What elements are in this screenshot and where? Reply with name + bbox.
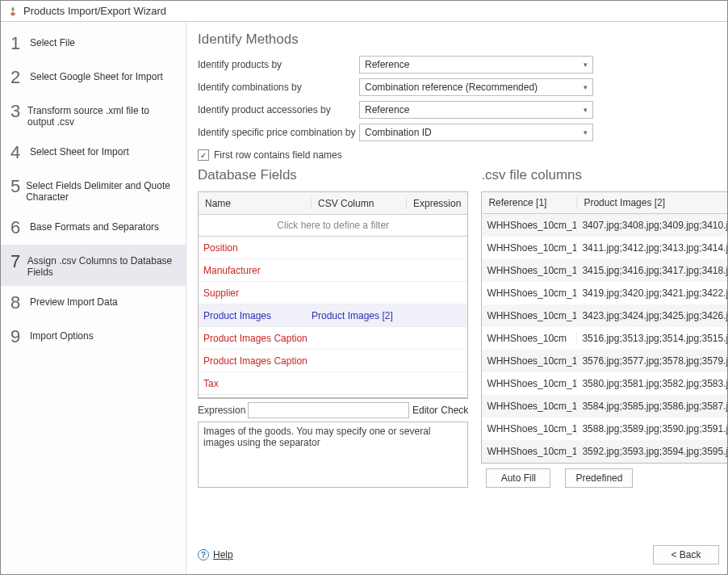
- step-number: 1: [10, 35, 30, 52]
- wizard-step-6[interactable]: 6Base Formats and Separators: [1, 211, 186, 245]
- chevron-down-icon: ▾: [584, 106, 588, 114]
- step-label: Assign .csv Columns to Database Fields: [27, 253, 178, 278]
- csv-row[interactable]: WHHShoes_10cm_1-13576.jpg;3577.jpg;3578.…: [482, 350, 727, 372]
- identify-select-2[interactable]: Reference▾: [359, 101, 593, 119]
- csv-row[interactable]: WHHShoes_10cm_143588.jpg;3589.jpg;3590.j…: [482, 418, 727, 440]
- csv-row[interactable]: WHHShoes_10cm_1-13407.jpg;3408.jpg;3409.…: [482, 214, 727, 237]
- identify-value: Reference: [365, 59, 409, 70]
- step-number: 9: [10, 328, 30, 346]
- expression-label: Expression: [198, 405, 248, 416]
- back-button[interactable]: < Back: [653, 545, 719, 565]
- csv-row[interactable]: WHHShoes_10cm_153592.jpg;3593.jpg;3594.j…: [482, 440, 727, 463]
- identify-label-3: Identify specific price combination by: [198, 127, 359, 138]
- wizard-step-8[interactable]: 8Preview Import Data: [1, 286, 186, 320]
- csv-reference-cell: WHHShoes_10cm_13: [482, 265, 577, 276]
- csv-images-cell: 3516.jpg;3513.jpg;3514.jpg;3515.jpg: [577, 333, 727, 344]
- wizard-step-7[interactable]: 7Assign .csv Columns to Database Fields: [1, 245, 186, 286]
- db-field-row[interactable]: Manufacturer: [199, 259, 467, 282]
- db-field-name: Supplier: [199, 288, 312, 299]
- csv-col-images[interactable]: Product Images [2]: [577, 197, 727, 208]
- db-field-row[interactable]: Product ImagesProduct Images [2]: [199, 304, 467, 327]
- chevron-down-icon: ▾: [584, 61, 588, 69]
- identify-select-1[interactable]: Combination reference (Recommended)▾: [359, 78, 593, 96]
- chevron-down-icon: ▾: [584, 128, 588, 136]
- help-link[interactable]: ? Help: [198, 549, 233, 560]
- step-number: 3: [10, 103, 27, 120]
- step-number: 6: [10, 219, 30, 237]
- first-row-checkbox[interactable]: ✓: [198, 149, 209, 161]
- wizard-step-1[interactable]: 1Select File: [1, 27, 186, 61]
- col-name[interactable]: Name: [199, 198, 312, 209]
- step-label: Select Sheet for Import: [30, 144, 129, 157]
- step-number: 2: [10, 69, 30, 86]
- check-button[interactable]: Check: [441, 405, 468, 416]
- csv-images-cell: 3576.jpg;3577.jpg;3578.jpg;3579.jpg: [577, 355, 727, 367]
- csv-images-cell: 3407.jpg;3408.jpg;3409.jpg;3410.jpg: [577, 220, 727, 231]
- csv-row[interactable]: WHHShoes_10cm_133584.jpg;3585.jpg;3586.j…: [482, 395, 727, 418]
- titlebar: Products Import/Export Wizard: [1, 1, 727, 22]
- auto-fill-button[interactable]: Auto Fill: [486, 468, 550, 488]
- expression-input[interactable]: [248, 402, 409, 418]
- csv-row[interactable]: WHHShoes_10cm_143419.jpg;3420.jpg;3421.j…: [482, 282, 727, 304]
- wizard-content: Identify Methods Identify products byRef…: [186, 22, 727, 575]
- csv-reference-cell: WHHShoes_10cm_12: [482, 242, 577, 254]
- step-label: Preview Import Data: [30, 294, 118, 308]
- csv-images-cell: 3411.jpg;3412.jpg;3413.jpg;3414.jpg: [577, 242, 727, 254]
- csv-reference-cell: WHHShoes_10cm_15: [482, 446, 577, 457]
- wizard-step-4[interactable]: 4Select Sheet for Import: [1, 136, 186, 170]
- csv-images-cell: 3592.jpg;3593.jpg;3594.jpg;3595.jpg: [577, 446, 727, 457]
- csv-col-reference[interactable]: Reference [1]: [482, 197, 577, 208]
- csv-reference-cell: WHHShoes_10cm_1-1: [482, 355, 577, 367]
- identify-select-0[interactable]: Reference▾: [359, 56, 593, 73]
- db-field-row[interactable]: Supplier: [199, 282, 467, 304]
- db-field-row[interactable]: Product Images Caption: [199, 350, 467, 372]
- identify-label-0: Identify products by: [198, 59, 359, 70]
- wizard-step-2[interactable]: 2Select Google Sheet for Import: [1, 61, 186, 94]
- step-number: 7: [10, 253, 27, 271]
- db-field-name: Product Images Caption: [199, 333, 312, 344]
- db-field-name: Tax: [199, 378, 312, 389]
- csv-reference-cell: WHHShoes_10cm_14: [482, 423, 577, 434]
- wizard-steps-sidebar: 1Select File2Select Google Sheet for Imp…: [1, 22, 186, 575]
- step-label: Select Fields Delimiter and Quote Charac…: [26, 178, 178, 203]
- csv-images-cell: 3580.jpg;3581.jpg;3582.jpg;3583.jpg: [577, 378, 727, 389]
- db-field-csv: Product Images [2]: [312, 310, 412, 321]
- csv-reference-cell: WHHShoes_10cm_12: [482, 378, 577, 389]
- col-expression[interactable]: Expression: [407, 198, 467, 209]
- step-number: 4: [10, 144, 30, 162]
- db-field-row[interactable]: Tax: [199, 372, 467, 395]
- csv-images-cell: 3415.jpg;3416.jpg;3417.jpg;3418.jpg: [577, 265, 727, 276]
- csv-images-cell: 3419.jpg;3420.jpg;3421.jpg;3422.jpg: [577, 288, 727, 299]
- db-field-name: Product Images: [199, 310, 312, 321]
- step-number: 8: [10, 294, 30, 312]
- db-field-name: Position: [199, 242, 312, 254]
- csv-columns-heading: .csv file columns: [481, 167, 727, 183]
- csv-images-cell: 3588.jpg;3589.jpg;3590.jpg;3591.jpg: [577, 423, 727, 434]
- csv-reference-cell: WHHShoes_10cm: [482, 333, 577, 344]
- identify-select-3[interactable]: Combination ID▾: [359, 124, 593, 141]
- wizard-step-9[interactable]: 9Import Options: [1, 320, 186, 354]
- wizard-step-3[interactable]: 3Transform source .xml file to output .c…: [1, 94, 186, 136]
- db-field-name: Manufacturer: [199, 265, 312, 276]
- col-csv[interactable]: CSV Column: [312, 198, 407, 209]
- help-label: Help: [213, 549, 233, 560]
- db-field-row[interactable]: Position: [199, 237, 467, 259]
- first-row-label: First row contains field names: [214, 149, 342, 161]
- csv-reference-cell: WHHShoes_10cm_13: [482, 401, 577, 412]
- editor-button[interactable]: Editor: [412, 405, 437, 416]
- db-field-row[interactable]: Product Images Caption: [199, 327, 467, 350]
- csv-row[interactable]: WHHShoes_10cm_153423.jpg;3424.jpg;3425.j…: [482, 304, 727, 327]
- db-field-name: Product Images Caption: [199, 355, 312, 367]
- step-label: Select File: [30, 35, 75, 48]
- csv-row[interactable]: WHHShoes_10cm3516.jpg;3513.jpg;3514.jpg;…: [482, 327, 727, 350]
- csv-row[interactable]: WHHShoes_10cm_123580.jpg;3581.jpg;3582.j…: [482, 372, 727, 395]
- csv-row[interactable]: WHHShoes_10cm_133415.jpg;3416.jpg;3417.j…: [482, 259, 727, 282]
- database-fields-heading: Database Fields: [198, 167, 468, 183]
- identify-label-2: Identify product accessories by: [198, 104, 359, 115]
- csv-row[interactable]: WHHShoes_10cm_123411.jpg;3412.jpg;3413.j…: [482, 237, 727, 259]
- predefined-button[interactable]: Predefined: [565, 468, 633, 488]
- filter-row[interactable]: Click here to define a filter: [199, 215, 467, 237]
- identify-value: Reference: [365, 104, 409, 115]
- wizard-step-5[interactable]: 5Select Fields Delimiter and Quote Chara…: [1, 170, 186, 211]
- identify-label-1: Identify combinations by: [198, 82, 359, 93]
